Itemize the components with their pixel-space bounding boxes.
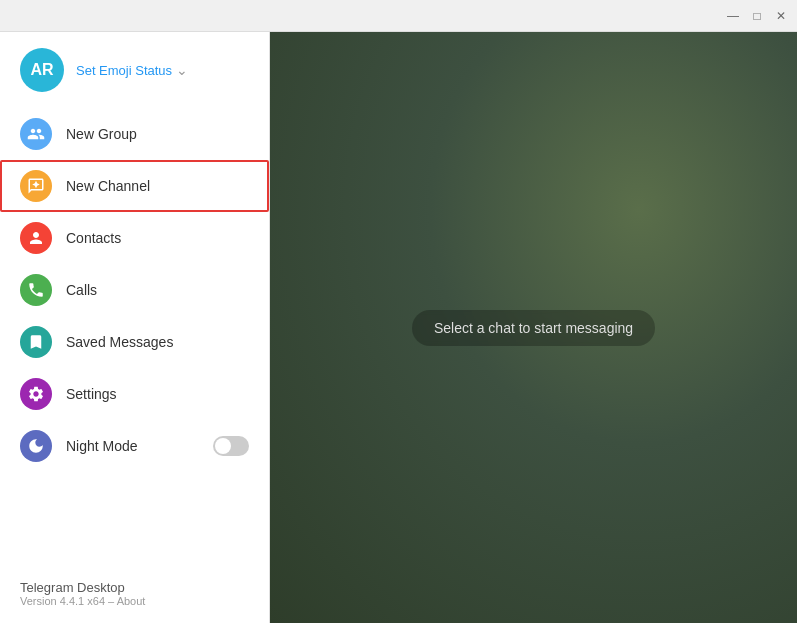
app-version: Version 4.4.1 x64 – About	[20, 595, 249, 607]
titlebar-controls: — □ ✕	[725, 8, 789, 24]
avatar[interactable]: AR	[20, 48, 64, 92]
night-mode-label: Night Mode	[66, 438, 199, 454]
chat-area: Select a chat to start messaging	[270, 32, 797, 623]
menu-list: New Group New Channel Contacts	[0, 104, 269, 568]
select-chat-prompt: Select a chat to start messaging	[412, 310, 655, 346]
app-name: Telegram Desktop	[20, 580, 249, 595]
saved-messages-label: Saved Messages	[66, 334, 249, 350]
emoji-status-label: Set Emoji Status	[76, 63, 172, 78]
sidebar-item-calls[interactable]: Calls	[0, 264, 269, 316]
minimize-button[interactable]: —	[725, 8, 741, 24]
close-button[interactable]: ✕	[773, 8, 789, 24]
emoji-status-button[interactable]: Set Emoji Status ⌄	[76, 62, 249, 78]
sidebar: AR Set Emoji Status ⌄ New Group New Chan…	[0, 32, 270, 623]
calls-label: Calls	[66, 282, 249, 298]
settings-label: Settings	[66, 386, 249, 402]
contacts-label: Contacts	[66, 230, 249, 246]
sidebar-item-contacts[interactable]: Contacts	[0, 212, 269, 264]
settings-icon	[20, 378, 52, 410]
contacts-icon	[20, 222, 52, 254]
night-mode-toggle[interactable]	[213, 436, 249, 456]
sidebar-item-new-group[interactable]: New Group	[0, 108, 269, 160]
main-content: AR Set Emoji Status ⌄ New Group New Chan…	[0, 32, 797, 623]
sidebar-footer: Telegram Desktop Version 4.4.1 x64 – Abo…	[0, 568, 269, 623]
sidebar-item-new-channel[interactable]: New Channel	[0, 160, 269, 212]
sidebar-item-night-mode[interactable]: Night Mode	[0, 420, 269, 472]
new-group-icon	[20, 118, 52, 150]
sidebar-header: AR Set Emoji Status ⌄	[0, 32, 269, 104]
sidebar-item-settings[interactable]: Settings	[0, 368, 269, 420]
maximize-button[interactable]: □	[749, 8, 765, 24]
new-channel-icon	[20, 170, 52, 202]
chevron-down-icon: ⌄	[176, 62, 188, 78]
saved-messages-icon	[20, 326, 52, 358]
new-group-label: New Group	[66, 126, 249, 142]
calls-icon	[20, 274, 52, 306]
night-mode-icon	[20, 430, 52, 462]
sidebar-item-saved-messages[interactable]: Saved Messages	[0, 316, 269, 368]
titlebar: — □ ✕	[0, 0, 797, 32]
new-channel-label: New Channel	[66, 178, 249, 194]
